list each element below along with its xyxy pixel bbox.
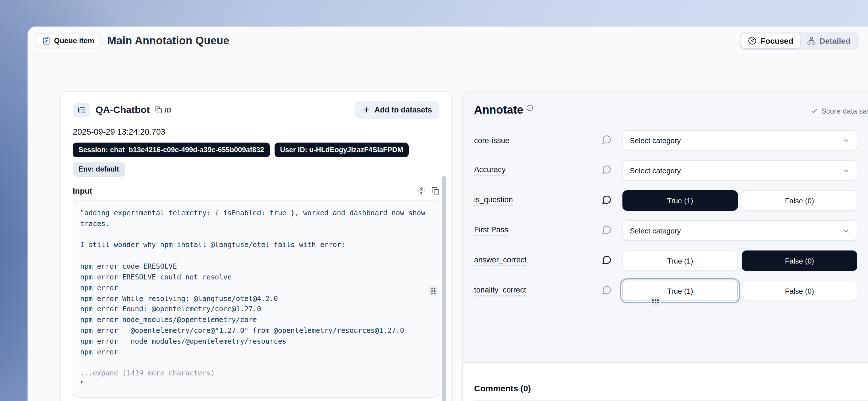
badge-row-2: Env: default xyxy=(73,162,439,177)
comment-bubble-icon[interactable] xyxy=(602,134,612,146)
gauge-icon xyxy=(748,36,756,45)
clipboard-pen-icon xyxy=(42,36,51,45)
category-select-value: Select category xyxy=(630,226,681,235)
info-icon xyxy=(526,103,533,113)
input-section-title: Input xyxy=(73,186,92,195)
score-saved-status: Score data saved xyxy=(811,107,868,115)
queue-item-badge: Queue item xyxy=(36,33,101,48)
app-header: Queue item Main Annotation Queue Focused… xyxy=(28,27,868,55)
category-select[interactable]: Select category xyxy=(622,130,857,151)
bool-control: True (1) False (0) xyxy=(622,190,857,211)
score-label: First Pass xyxy=(474,225,508,236)
score-row-is-question: is_question True (1) False (0) ✕ xyxy=(474,189,868,212)
score-row-answer-correct: answer_correct True (1) False (0) ✕ xyxy=(474,249,868,272)
score-rows: core-issue Select category ✕ Accuracy Se… xyxy=(474,129,868,302)
badge-row: Session: chat_b13e4216-c09e-499d-a39c-65… xyxy=(73,142,439,157)
view-toggle-focused-label: Focused xyxy=(761,36,793,45)
user-id-badge[interactable]: User ID: u-HLdEogyJIzazF4SIaFPDM xyxy=(274,142,409,157)
input-code-text: "adding experimental_telemetry: { isEnab… xyxy=(80,208,432,358)
category-select-value: Select category xyxy=(630,136,681,144)
session-badge[interactable]: Session: chat_b13e4216-c09e-499d-a39c-65… xyxy=(73,142,270,157)
bool-control: True (1) False (0) xyxy=(622,250,857,271)
env-badge: Env: default xyxy=(73,162,125,177)
trace-id-label: ID xyxy=(164,106,172,113)
comment-bubble-icon[interactable] xyxy=(602,255,612,267)
page-title: Main Annotation Queue xyxy=(107,34,229,47)
annotate-header: Annotate Score data saved xyxy=(474,103,868,116)
chevron-down-icon xyxy=(842,227,850,234)
view-toggle: Focused Detailed xyxy=(740,32,859,50)
input-code-block: "adding experimental_telemetry: { isEnab… xyxy=(73,200,439,398)
annotate-card: Annotate Score data saved core-issue xyxy=(462,92,868,401)
hierarchy-icon xyxy=(807,36,815,45)
category-select-value: Select category xyxy=(630,166,681,175)
score-label: answer_correct xyxy=(474,255,527,266)
score-label: is_question xyxy=(474,195,513,206)
false-button[interactable]: False (0) xyxy=(742,250,857,271)
page-background: Queue item Main Annotation Queue Focused… xyxy=(0,0,868,401)
true-button[interactable]: True (1) xyxy=(622,280,738,301)
annotate-pane: Annotate Score data saved core-issue xyxy=(463,92,868,363)
copy-icon xyxy=(155,106,162,113)
false-button[interactable]: False (0) xyxy=(742,190,857,211)
add-to-datasets-label: Add to datasets xyxy=(374,106,432,114)
chevron-down-icon xyxy=(842,137,850,144)
chevron-down-icon xyxy=(842,167,850,174)
comment-bubble-icon[interactable] xyxy=(602,225,612,237)
score-row-tonality-correct: tonality_correct True (1) False (0) ✕ xyxy=(474,279,868,302)
score-label: tonality_correct xyxy=(474,286,526,296)
view-toggle-focused[interactable]: Focused xyxy=(741,33,800,48)
score-row-core-issue: core-issue Select category ✕ xyxy=(474,129,868,152)
trace-tree-icon xyxy=(73,102,90,117)
score-label: Accuracy xyxy=(474,165,506,176)
panel-resize-handle-vertical[interactable] xyxy=(429,286,437,297)
comment-bubble-icon[interactable] xyxy=(602,164,612,176)
trace-title: QA-Chatbot xyxy=(95,104,150,115)
score-label: core-issue xyxy=(474,136,509,144)
score-saved-label: Score data saved xyxy=(822,107,868,115)
check-icon xyxy=(811,107,818,115)
input-closing-quote: " xyxy=(80,379,432,390)
view-toggle-detailed-label: Detailed xyxy=(819,36,850,45)
annotate-title: Annotate xyxy=(474,103,523,116)
queue-item-badge-label: Queue item xyxy=(54,36,94,45)
trace-header: QA-Chatbot ID Add to datasets xyxy=(73,101,439,119)
trace-id-chip[interactable]: ID xyxy=(155,106,172,113)
category-select[interactable]: Select category xyxy=(622,160,857,180)
pane-resize-handle-horizontal[interactable] xyxy=(650,297,661,306)
comments-pane: Comments (0) xyxy=(463,363,868,401)
fold-icon[interactable] xyxy=(417,187,425,195)
trace-card: QA-Chatbot ID Add to datasets 2025-09-29… xyxy=(60,92,452,401)
add-to-datasets-button[interactable]: Add to datasets xyxy=(355,101,439,119)
trace-card-scrollbar[interactable] xyxy=(442,176,446,401)
copy-icon[interactable] xyxy=(431,187,439,195)
true-button[interactable]: True (1) xyxy=(622,190,738,211)
comment-bubble-icon[interactable] xyxy=(602,285,612,297)
main-panel: Queue item Main Annotation Queue Focused… xyxy=(28,27,868,401)
comment-bubble-icon[interactable] xyxy=(602,195,612,206)
score-row-first-pass: First Pass Select category ✕ xyxy=(474,219,868,242)
expand-link[interactable]: ...expand (1419 more characters) xyxy=(80,368,432,379)
input-section-header: Input xyxy=(73,186,439,195)
score-row-accuracy: Accuracy Select category ✕ xyxy=(474,159,868,182)
view-toggle-detailed[interactable]: Detailed xyxy=(800,33,857,48)
false-button[interactable]: False (0) xyxy=(742,280,857,301)
true-button[interactable]: True (1) xyxy=(622,250,738,271)
comments-title: Comments (0) xyxy=(474,383,868,393)
category-select[interactable]: Select category xyxy=(622,221,857,241)
plus-icon xyxy=(362,106,370,113)
trace-timestamp: 2025-09-29 13:24:20.703 xyxy=(73,127,439,136)
